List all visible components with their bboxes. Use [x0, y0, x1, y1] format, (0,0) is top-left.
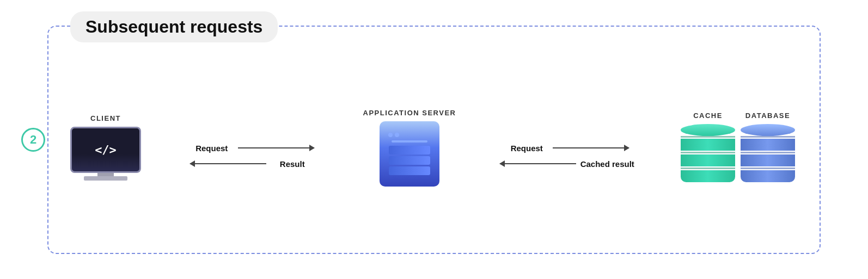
diagram-container: 2 Subsequent requests CLIENT </>	[31, 20, 837, 259]
teal-cylinder	[681, 124, 735, 182]
arrow-server-cache: Request Cached result	[456, 144, 678, 169]
server-layer-3	[389, 166, 430, 175]
teal-segment-3	[681, 170, 735, 182]
arrow-left-1	[190, 163, 266, 164]
teal-divider-3	[681, 168, 735, 169]
blue-divider-3	[741, 168, 795, 169]
teal-segment-2	[681, 154, 735, 166]
database-icon	[738, 124, 798, 184]
code-tag: </>	[95, 143, 117, 157]
blue-segment-3	[741, 170, 795, 182]
blue-db-body	[741, 136, 795, 182]
arrow-client-server: Request Result	[141, 144, 363, 169]
request-label-1: Request	[190, 144, 234, 153]
monitor-base	[84, 176, 127, 181]
blue-db-top	[741, 124, 795, 136]
result-arrow-bottom: Result	[141, 159, 363, 169]
app-server-component: APPLICATION SERVER	[363, 109, 456, 187]
client-component: CLIENT </>	[70, 114, 141, 181]
result-label-1: Result	[271, 159, 314, 169]
blue-cylinder	[741, 124, 795, 182]
step-badge: 2	[21, 128, 45, 152]
blue-divider-2	[741, 152, 795, 153]
server-icon	[380, 121, 439, 187]
client-label: CLIENT	[90, 114, 121, 122]
blue-divider-1	[741, 136, 795, 138]
server-layer-2	[389, 156, 430, 165]
database-label: DATABASE	[745, 111, 790, 120]
cache-icon	[678, 124, 738, 184]
arrow-right-1	[238, 147, 314, 148]
cached-result-label: Cached result	[580, 159, 634, 169]
arrow-right-2	[553, 147, 629, 148]
request-arrow-top: Request	[141, 144, 363, 153]
server-dot-1	[388, 133, 393, 137]
server-dot-2	[395, 133, 399, 137]
diagram-area: CLIENT </> Request Result	[70, 27, 798, 253]
dashed-border-box: Subsequent requests CLIENT </> Request	[47, 26, 821, 254]
client-icon: </>	[70, 127, 141, 181]
cache-component: CACHE	[678, 111, 738, 184]
cached-result-arrow-bottom: Cached result	[456, 159, 678, 169]
teal-db-top	[681, 124, 735, 136]
blue-segment-2	[741, 154, 795, 166]
teal-divider-2	[681, 152, 735, 153]
teal-divider-1	[681, 136, 735, 138]
request-arrow-top-2: Request	[456, 144, 678, 153]
server-layers	[389, 146, 430, 175]
teal-db-body	[681, 136, 735, 182]
server-dots	[384, 133, 399, 137]
title-badge: Subsequent requests	[70, 11, 278, 42]
teal-segment-1	[681, 139, 735, 151]
cache-label: CACHE	[693, 111, 723, 120]
server-layer-1	[389, 146, 430, 154]
arrow-left-2	[500, 163, 576, 164]
monitor-screen: </>	[70, 127, 141, 173]
server-line-1	[392, 140, 427, 142]
blue-segment-1	[741, 139, 795, 151]
database-component: DATABASE	[738, 111, 798, 184]
request-label-2: Request	[505, 144, 548, 153]
diagram-title: Subsequent requests	[85, 17, 262, 36]
app-server-label: APPLICATION SERVER	[363, 109, 456, 117]
